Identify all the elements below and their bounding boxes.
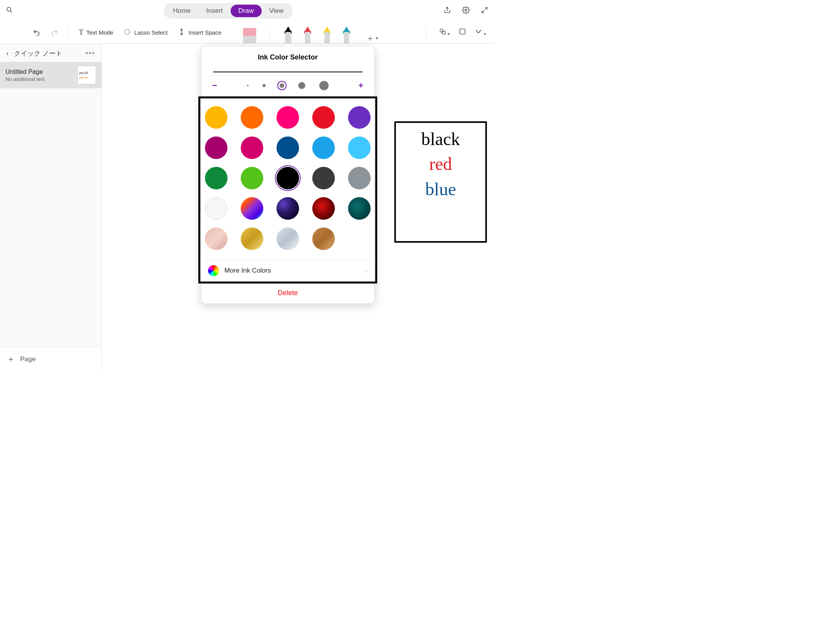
svg-line-1 [10, 11, 12, 13]
svg-point-3 [125, 29, 130, 34]
more-colors-label: More Ink Colors [224, 267, 271, 275]
color-swatch-rose-gold[interactable] [205, 228, 228, 250]
handwriting-blue: blue [401, 177, 480, 202]
color-swatch-dark-gray[interactable] [312, 167, 335, 189]
svg-point-0 [7, 7, 11, 11]
chevron-right-icon: › [365, 267, 368, 275]
color-swatch-green[interactable] [205, 167, 228, 189]
tool-pen-red[interactable] [303, 26, 313, 44]
color-swatch-bronze[interactable] [312, 228, 335, 250]
settings-icon[interactable] [462, 6, 470, 16]
plus-icon: ＋ [7, 354, 15, 364]
page-list-item[interactable]: Untitled Page No additional text pen (bl… [0, 62, 102, 88]
color-swatch-ocean[interactable] [348, 197, 371, 220]
ink-color-popover: Ink Color Selector − + More Ink Colors ›… [201, 46, 374, 304]
color-swatch-orange[interactable] [241, 106, 263, 129]
lasso-button[interactable]: Lasso Select [119, 26, 172, 39]
search-icon[interactable] [5, 6, 13, 16]
section-title: クイック ノート [14, 49, 80, 58]
color-swatch-rainbow-glitter[interactable] [241, 197, 263, 220]
stroke-preview [213, 72, 362, 72]
fullscreen-icon[interactable] [481, 6, 488, 16]
color-grid-outline: More Ink Colors › [198, 96, 377, 284]
thickness-level-1[interactable] [262, 84, 266, 87]
redo-button[interactable] [47, 26, 62, 39]
ink-style-button[interactable]: ▾ [475, 28, 486, 37]
color-swatch-silver[interactable] [276, 228, 299, 250]
color-wheel-icon [208, 265, 219, 276]
add-page-button[interactable]: ＋ Page [0, 347, 102, 371]
text-icon: T [79, 28, 83, 37]
color-swatch-gray[interactable] [348, 167, 371, 189]
handwriting-sample: black red blue [394, 121, 487, 243]
thickness-row: − + [201, 75, 374, 96]
svg-point-2 [465, 9, 467, 11]
tool-highlighter-yellow[interactable] [322, 26, 332, 44]
thickness-level-4[interactable] [319, 81, 329, 90]
page-thumbnail: pen (bl pen (or [77, 66, 96, 84]
insert-space-label: Insert Space [189, 29, 221, 36]
page-title: Untitled Page [5, 68, 74, 75]
text-mode-label: Text Mode [86, 29, 113, 36]
color-swatch-magenta[interactable] [205, 136, 228, 159]
text-mode-button[interactable]: T Text Mode [75, 26, 117, 39]
undo-button[interactable] [29, 26, 44, 39]
page-sidebar: ‹ クイック ノート ••• Untitled Page No addition… [0, 44, 102, 371]
insert-space-button[interactable]: Insert Space [174, 26, 225, 39]
color-swatch-gold[interactable] [241, 228, 263, 250]
ribbon-tabs: Home Insert Draw View [164, 3, 293, 19]
shapes-button[interactable]: ▾ [439, 28, 450, 37]
svg-point-5 [440, 29, 443, 32]
share-icon[interactable] [443, 6, 451, 16]
add-page-label: Page [20, 355, 36, 363]
draw-toolbar: T Text Mode Lasso Select Insert Space ＋ … [0, 22, 494, 44]
tool-eraser[interactable] [243, 28, 256, 44]
handwriting-red: red [401, 152, 480, 177]
app-header: Home Insert Draw View [0, 0, 494, 22]
thickness-level-2[interactable] [280, 83, 284, 88]
color-swatch-light-blue[interactable] [348, 136, 371, 159]
tab-draw[interactable]: Draw [231, 5, 262, 17]
color-swatch-lime[interactable] [241, 167, 263, 189]
color-swatch-rose[interactable] [241, 136, 263, 159]
page-subtitle: No additional text [5, 76, 74, 82]
color-swatch-white[interactable] [205, 197, 228, 220]
handwriting-black: black [401, 127, 480, 152]
thickness-level-0[interactable] [247, 85, 248, 86]
lasso-icon [123, 28, 131, 37]
thickness-increase-button[interactable]: + [357, 80, 365, 91]
insert-space-icon [178, 28, 186, 37]
color-swatch-hot-pink[interactable] [276, 106, 299, 129]
color-swatch-sky[interactable] [312, 136, 335, 159]
popover-title: Ink Color Selector [201, 46, 374, 65]
color-swatch-red[interactable] [312, 106, 335, 129]
ink-to-shape-button[interactable] [458, 28, 466, 37]
lasso-label: Lasso Select [134, 29, 168, 36]
color-swatch-yellow-orange[interactable] [205, 106, 228, 129]
more-colors-button[interactable]: More Ink Colors › [200, 259, 375, 282]
delete-pen-button[interactable]: Delete [201, 283, 374, 303]
color-swatch-black[interactable] [276, 167, 299, 189]
note-canvas[interactable]: Ink Color Selector − + More Ink Colors ›… [102, 44, 494, 371]
tab-view[interactable]: View [262, 5, 292, 17]
tool-pen-black[interactable] [283, 26, 293, 44]
thickness-decrease-button[interactable]: − [211, 80, 219, 91]
tool-pen-teal[interactable] [341, 26, 352, 44]
color-swatch-navy[interactable] [276, 136, 299, 159]
color-swatch-galaxy[interactable] [276, 197, 299, 220]
color-swatch-lava[interactable] [312, 197, 335, 220]
add-pen-button[interactable]: ＋ ▾ [366, 33, 378, 44]
color-grid [200, 102, 375, 259]
tab-insert[interactable]: Insert [198, 5, 231, 17]
svg-rect-7 [460, 29, 465, 34]
tab-home[interactable]: Home [165, 5, 198, 17]
thickness-level-3[interactable] [298, 82, 305, 89]
back-button[interactable]: ‹ [6, 49, 9, 58]
pen-tray: ＋ ▾ [243, 22, 378, 44]
color-swatch-purple[interactable] [348, 106, 371, 129]
section-more-icon[interactable]: ••• [86, 49, 95, 58]
